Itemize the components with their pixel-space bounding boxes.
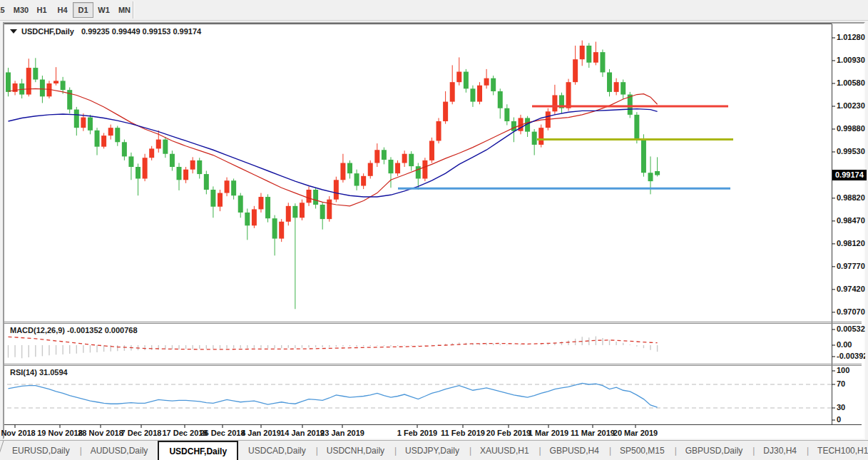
candle-body — [231, 180, 236, 195]
candle-body — [498, 91, 503, 108]
tab-dj30-h4[interactable]: DJ30,H4 — [753, 441, 807, 460]
candle-body — [374, 150, 379, 163]
rsi-axis-label: 100 — [837, 366, 849, 374]
price-chart[interactable] — [0, 0, 868, 460]
price-axis-label: 0.99530 — [837, 147, 865, 155]
candle-body — [456, 72, 461, 83]
candle-body — [163, 140, 168, 154]
candle-body — [258, 197, 263, 209]
candle-body — [361, 176, 366, 186]
candle-body — [136, 167, 141, 178]
candle-body — [354, 173, 359, 185]
candle-body — [416, 166, 421, 178]
tab-gbpusd-daily[interactable]: GBPUSD,Daily — [675, 441, 753, 460]
price-axis-label: 0.97070 — [837, 307, 865, 316]
price-axis-label: 1.00580 — [837, 78, 865, 87]
candle-body — [614, 82, 619, 92]
candle-body — [101, 136, 106, 147]
candle-body — [593, 52, 598, 63]
chart-title: USDCHF,Daily 0.99235 0.99449 0.99153 0.9… — [10, 27, 201, 36]
tab-usdcnh-daily[interactable]: USDCNH,Daily — [317, 441, 394, 460]
tab-audusd-daily[interactable]: AUDUSD,Daily — [81, 441, 158, 460]
candle-body — [197, 160, 202, 174]
chart-frame — [4, 24, 862, 429]
candle-body — [327, 200, 332, 219]
price-axis-label: 0.98470 — [837, 216, 865, 225]
rsi-axis-label: 0 — [837, 415, 841, 424]
candle-body — [286, 206, 291, 222]
candle-body — [265, 197, 270, 218]
rsi-axis-label: 30 — [837, 403, 845, 412]
price-axis-label: 0.97770 — [837, 262, 865, 270]
candle-body — [470, 88, 475, 101]
date-axis-label: 20 Mar 2019 — [606, 429, 665, 437]
candle-body — [607, 72, 612, 91]
tab-sp500-m15[interactable]: SP500,M15 — [610, 441, 675, 460]
rsi-axis-label: 70 — [837, 379, 845, 388]
candle-body — [245, 213, 250, 225]
candle-body — [340, 163, 345, 180]
candle-body — [409, 154, 414, 166]
tab-xauusd-h1[interactable]: XAUUSD,H1 — [470, 441, 539, 460]
symbol-dropdown-icon[interactable] — [10, 29, 17, 34]
candle-body — [183, 170, 188, 180]
tab-usdchf-daily[interactable]: USDCHF,Daily — [158, 441, 238, 460]
candle-body — [272, 218, 277, 238]
candle-body — [210, 190, 215, 207]
candle-body — [33, 68, 38, 79]
tab-usdcad-daily[interactable]: USDCAD,Daily — [238, 441, 316, 460]
tab-usdjpy-daily[interactable]: USDJPY,Daily — [395, 441, 469, 460]
candle-body — [190, 160, 195, 170]
candle-body — [641, 139, 646, 173]
current-price-badge: 0.99174 — [832, 170, 867, 180]
candle-body — [292, 206, 297, 218]
candle-body — [108, 128, 113, 136]
tab-tech100-h1[interactable]: TECH100,H1 — [807, 441, 868, 460]
window-edge — [865, 21, 868, 440]
candle-body — [218, 193, 223, 207]
rsi-indicator-label: RSI(14) 31.0594 — [10, 368, 68, 377]
candle-body — [88, 118, 93, 131]
candle-body — [95, 131, 100, 147]
candle-body — [347, 163, 352, 174]
candle-body — [566, 82, 571, 108]
candle-body — [74, 110, 79, 128]
candle-body — [436, 121, 441, 140]
candle-body — [580, 46, 585, 59]
candle-body — [634, 115, 639, 139]
candle-body — [170, 154, 175, 167]
price-axis-label: 1.01280 — [837, 33, 865, 41]
candle-body — [600, 52, 605, 72]
candle-body — [6, 72, 11, 91]
candle-body — [53, 81, 58, 83]
macd-indicator-label: MACD(12,26,9) -0.001352 0.000768 — [10, 326, 138, 334]
candle-body — [395, 163, 400, 174]
candle-body — [177, 167, 182, 180]
candle-body — [429, 140, 434, 160]
chart-symbol: USDCHF,Daily — [21, 27, 74, 36]
candle-body — [320, 205, 325, 219]
candle-body — [81, 118, 86, 128]
candle-body — [225, 180, 230, 193]
symbol-tab-bar: EURUSD,Daily|AUDUSD,DailyUSDCHF,DailyUSD… — [0, 440, 868, 460]
candle-body — [40, 80, 45, 97]
candle-body — [511, 121, 516, 131]
price-axis-label: 0.97420 — [837, 285, 865, 293]
candle-body — [61, 81, 66, 90]
tab-eurusd-daily[interactable]: EURUSD,Daily — [2, 441, 80, 460]
candle-body — [504, 108, 509, 121]
candle-body — [313, 190, 318, 205]
candle-body — [204, 174, 209, 190]
chart-ohlc: 0.99235 0.99449 0.99153 0.99174 — [81, 27, 201, 36]
candle-body — [402, 154, 407, 163]
candles — [6, 41, 733, 310]
tab-gbpusd-h4[interactable]: GBPUSD,H4 — [540, 441, 609, 460]
candle-body — [621, 82, 626, 94]
price-axis-label: 1.00930 — [837, 56, 865, 64]
candle-body — [368, 163, 373, 176]
candle-body — [300, 203, 305, 218]
chart-canvas[interactable] — [4, 24, 864, 438]
macd-axis-label: 0.005321 — [837, 324, 868, 333]
macd-axis-label: 0.00 — [837, 340, 852, 349]
candle-body — [538, 128, 543, 145]
